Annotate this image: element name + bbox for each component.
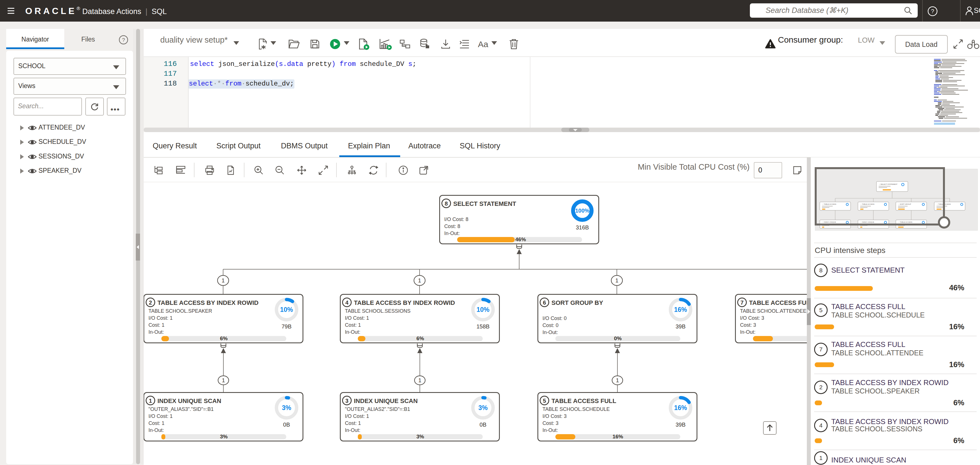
svg-text:1: 1: [418, 278, 421, 284]
svg-text:1: 1: [221, 278, 224, 284]
svg-text:1: 1: [418, 377, 421, 383]
svg-text:1: 1: [222, 377, 225, 383]
svg-text:1: 1: [615, 278, 618, 284]
svg-text:1: 1: [616, 377, 619, 383]
svg-text:?: ?: [931, 8, 934, 14]
svg-text:?: ?: [122, 37, 125, 43]
